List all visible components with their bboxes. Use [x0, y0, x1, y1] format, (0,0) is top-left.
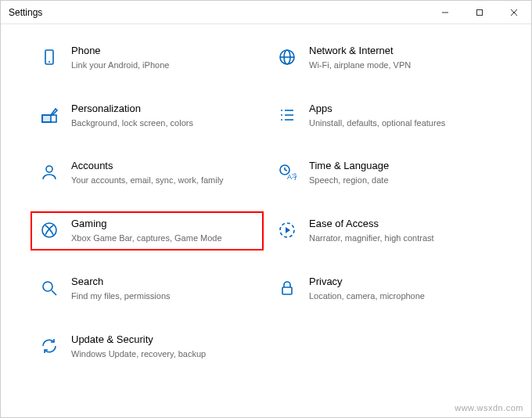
tile-apps[interactable]: Apps Uninstall, defaults, optional featu… — [270, 98, 500, 134]
svg-point-17 — [46, 166, 52, 172]
tile-network[interactable]: Network & Internet Wi-Fi, airplane mode,… — [270, 40, 500, 76]
lock-icon — [276, 277, 298, 299]
tile-title: Accounts — [71, 160, 256, 173]
tile-ease-of-access[interactable]: Ease of Access Narrator, magnifier, high… — [270, 213, 500, 249]
ease-icon — [276, 219, 298, 241]
svg-rect-26 — [282, 287, 292, 294]
svg-rect-10 — [42, 115, 51, 122]
minimize-icon — [441, 9, 449, 16]
tile-desc: Xbox Game Bar, captures, Game Mode — [71, 232, 256, 244]
tile-title: Ease of Access — [309, 218, 494, 231]
tile-title: Phone — [71, 45, 256, 58]
paintbrush-icon — [38, 104, 60, 126]
svg-rect-1 — [477, 9, 483, 15]
maximize-icon — [476, 9, 483, 16]
settings-grid: Phone Link your Android, iPhone Network … — [1, 24, 531, 364]
tile-title: Personalization — [71, 103, 256, 116]
maximize-button[interactable] — [462, 1, 497, 23]
tile-title: Search — [71, 276, 256, 289]
tile-desc: Find my files, permissions — [71, 290, 256, 302]
svg-point-24 — [43, 282, 52, 291]
tile-title: Time & Language — [309, 160, 494, 173]
tile-title: Network & Internet — [309, 45, 494, 58]
xbox-icon — [38, 219, 60, 241]
tile-title: Privacy — [309, 276, 494, 289]
window-controls — [428, 1, 531, 23]
window-title: Settings — [9, 7, 42, 18]
tile-desc: Narrator, magnifier, high contrast — [309, 232, 494, 244]
search-icon — [38, 277, 60, 299]
phone-icon — [38, 46, 60, 68]
tile-phone[interactable]: Phone Link your Android, iPhone — [32, 40, 262, 76]
tile-desc: Link your Android, iPhone — [71, 59, 256, 71]
list-icon — [276, 104, 298, 126]
minimize-button[interactable] — [428, 1, 462, 23]
tile-desc: Windows Update, recovery, backup — [71, 348, 256, 360]
globe-icon — [276, 46, 298, 68]
titlebar: Settings — [1, 1, 531, 24]
tile-desc: Uninstall, defaults, optional features — [309, 117, 494, 129]
close-button[interactable] — [497, 1, 531, 23]
tile-desc: Background, lock screen, colors — [71, 117, 256, 129]
tile-privacy[interactable]: Privacy Location, camera, microphone — [270, 271, 500, 307]
svg-line-20 — [285, 170, 287, 171]
svg-line-25 — [52, 290, 56, 295]
tile-title: Update & Security — [71, 333, 256, 347]
tile-title: Gaming — [71, 218, 256, 231]
clock-language-icon: A字 — [276, 161, 298, 183]
svg-text:A字: A字 — [287, 173, 297, 181]
sync-icon — [38, 335, 60, 357]
tile-search[interactable]: Search Find my files, permissions — [32, 271, 262, 307]
tile-desc: Wi-Fi, airplane mode, VPN — [309, 59, 494, 71]
tile-update-security[interactable]: Update & Security Windows Update, recove… — [32, 329, 262, 365]
tile-gaming[interactable]: Gaming Xbox Game Bar, captures, Game Mod… — [31, 211, 264, 250]
close-icon — [510, 9, 518, 16]
person-icon — [38, 161, 60, 183]
tile-time-language[interactable]: A字 Time & Language Speech, region, date — [270, 155, 500, 191]
tile-accounts[interactable]: Accounts Your accounts, email, sync, wor… — [32, 155, 262, 191]
watermark: www.wsxdn.com — [455, 403, 523, 413]
tile-title: Apps — [309, 103, 494, 116]
tile-desc: Your accounts, email, sync, work, family — [71, 175, 256, 186]
tile-desc: Location, camera, microphone — [309, 290, 494, 302]
tile-personalization[interactable]: Personalization Background, lock screen,… — [32, 98, 262, 134]
svg-point-22 — [42, 223, 56, 237]
tile-desc: Speech, region, date — [309, 175, 494, 186]
